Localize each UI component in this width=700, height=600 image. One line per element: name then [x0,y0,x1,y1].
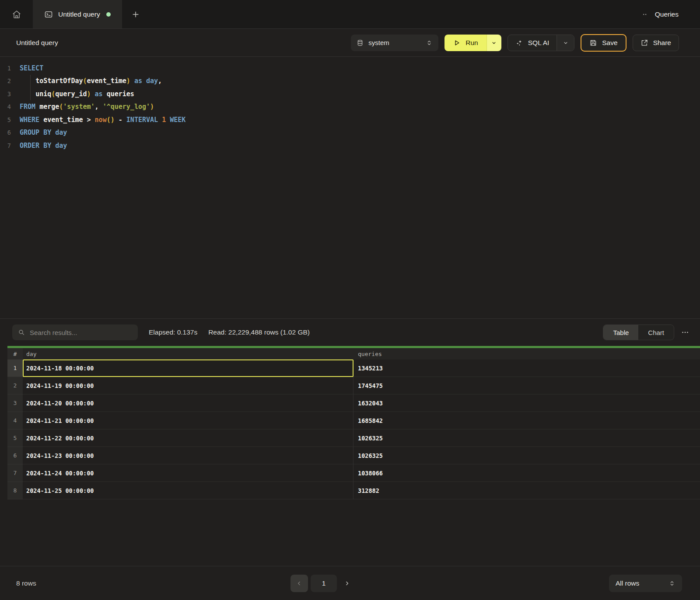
line-number: 3 [0,91,20,98]
code-line[interactable]: 6GROUP BY day [0,126,700,140]
tab-untitled-query[interactable]: Untitled query [33,0,122,28]
row-index-cell[interactable]: 6 [7,447,23,464]
page-size-select[interactable]: All rows [609,575,682,592]
save-button[interactable]: Save [581,34,626,52]
elapsed-stat: Elapsed: 0.137s [149,328,197,336]
query-toolbar: Untitled query system Run [0,29,700,57]
select-chevrons-icon [426,39,433,46]
select-chevrons-icon [668,580,676,587]
code-line[interactable]: 2 toStartOfDay(event_time) as day, [0,75,700,88]
day-cell[interactable]: 2024-11-19 00:00:00 [23,377,354,394]
day-cell[interactable]: 2024-11-22 00:00:00 [23,429,354,447]
chevron-right-icon [344,580,350,586]
queries-cell[interactable]: 1685842 [354,412,700,429]
queries-cell[interactable]: 1745475 [354,377,700,394]
day-cell[interactable]: 2024-11-21 00:00:00 [23,412,354,429]
new-tab-button[interactable] [122,0,149,28]
run-button-group: Run [444,35,501,51]
queries-cell[interactable]: 1345213 [354,359,700,377]
sql-ai-button[interactable]: SQL AI [508,35,557,51]
line-number: 6 [0,129,20,136]
search-results-box[interactable] [12,324,138,340]
sql-ai-options-button[interactable] [556,35,574,51]
queries-cell[interactable]: 1026325 [354,429,700,447]
queries-cell[interactable]: 312882 [354,482,700,499]
day-cell[interactable]: 2024-11-18 00:00:00 [23,359,354,377]
home-icon [12,10,21,19]
column-header-index: # [7,348,23,359]
tab-label: Untitled query [58,10,100,18]
row-index-cell[interactable]: 8 [7,482,23,499]
table-row: 72024-11-24 00:00:001038066 [7,464,700,482]
database-select[interactable]: system [351,35,438,51]
home-button[interactable] [0,0,33,28]
results-footer: 8 rows 1 All rows [0,566,700,600]
day-cell[interactable]: 2024-11-23 00:00:00 [23,447,354,464]
row-index-cell[interactable]: 2 [7,377,23,394]
row-count: 8 rows [16,579,36,587]
queries-dots-icon[interactable] [641,10,649,18]
share-button-label: Share [653,39,671,47]
table-row: 52024-11-22 00:00:001026325 [7,429,700,447]
previous-page-button[interactable] [290,575,308,592]
column-header-day[interactable]: day [23,348,354,359]
queries-cell[interactable]: 1026325 [354,447,700,464]
chevron-down-icon [491,40,497,46]
results-table: # day queries 12024-11-18 00:00:00134521… [7,348,700,499]
day-cell[interactable]: 2024-11-25 00:00:00 [23,482,354,499]
plus-icon [131,10,140,19]
table-row: 62024-11-23 00:00:001026325 [7,447,700,464]
code-line[interactable]: 1SELECT [0,62,700,75]
row-index-cell[interactable]: 4 [7,412,23,429]
table-row: 82024-11-25 00:00:00312882 [7,482,700,499]
code-line[interactable]: 7ORDER BY day [0,139,700,152]
results-empty-area [0,499,700,566]
run-button-label: Run [466,39,478,47]
database-icon [357,39,364,46]
sql-editor[interactable]: 1SELECT2 toStartOfDay(event_time) as day… [0,57,700,319]
sql-ai-button-group: SQL AI [508,35,575,51]
terminal-icon [44,10,53,19]
table-row: 12024-11-18 00:00:001345213 [7,359,700,377]
code-line[interactable]: 5WHERE event_time > now() - INTERVAL 1 W… [0,113,700,126]
indent-guide [30,75,31,100]
table-view-tab[interactable]: Table [603,325,638,340]
run-options-button[interactable] [486,35,501,51]
view-toggle: Table Chart [603,324,674,340]
line-number: 4 [0,103,20,110]
chart-view-tab[interactable]: Chart [638,325,674,340]
tab-bar: Untitled query Queries [0,0,700,29]
column-header-queries[interactable]: queries [354,348,700,359]
queries-cell[interactable]: 1038066 [354,464,700,482]
row-index-cell[interactable]: 7 [7,464,23,482]
search-icon [18,329,25,336]
next-page-button[interactable] [340,575,354,592]
page-size-value: All rows [616,579,639,587]
table-row: 42024-11-21 00:00:001685842 [7,412,700,429]
queries-link[interactable]: Queries [655,10,679,18]
code-lines: 1SELECT2 toStartOfDay(event_time) as day… [0,62,700,152]
page-number-button[interactable]: 1 [311,575,337,592]
play-icon [453,39,461,47]
share-icon [640,39,648,47]
line-number: 2 [0,77,20,84]
share-button[interactable]: Share [633,35,679,51]
read-stat: Read: 22,229,488 rows (1.02 GB) [208,328,310,336]
row-index-cell[interactable]: 5 [7,429,23,447]
table-row: 32024-11-20 00:00:001632043 [7,394,700,412]
sparkles-icon [515,39,523,47]
queries-cell[interactable]: 1632043 [354,394,700,412]
unsaved-dot-indicator [106,12,111,17]
results-toolbar: Elapsed: 0.137s Read: 22,229,488 rows (1… [0,319,700,346]
row-index-cell[interactable]: 1 [7,359,23,377]
run-button[interactable]: Run [444,35,486,51]
day-cell[interactable]: 2024-11-20 00:00:00 [23,394,354,412]
results-more-button[interactable] [681,328,690,337]
code-line[interactable]: 4FROM merge('system', '^query_log') [0,101,700,114]
day-cell[interactable]: 2024-11-24 00:00:00 [23,464,354,482]
code-line[interactable]: 3 uniq(query_id) as queries [0,87,700,101]
row-index-cell[interactable]: 3 [7,394,23,412]
pagination: 1 [290,575,354,592]
search-results-input[interactable] [29,328,132,337]
save-button-label: Save [602,39,617,47]
